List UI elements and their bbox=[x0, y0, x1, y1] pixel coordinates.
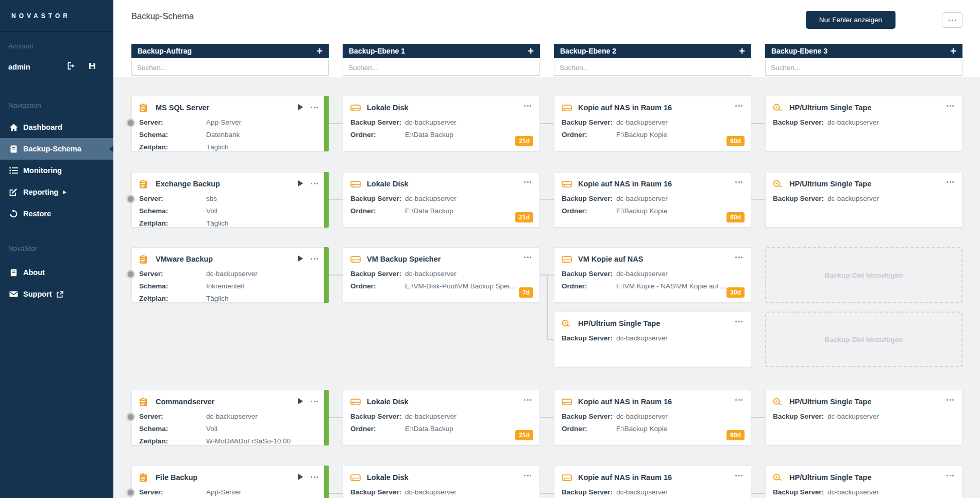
card-menu-button[interactable] bbox=[524, 473, 531, 478]
card-menu-button[interactable] bbox=[947, 180, 954, 184]
job-cell: CommandserverServer:dc-backupserverSchem… bbox=[131, 390, 329, 445]
field-value: Voll bbox=[206, 205, 321, 217]
add-button[interactable]: + bbox=[528, 46, 534, 56]
card-menu-button[interactable] bbox=[524, 104, 531, 108]
field-value: dc-backupserver bbox=[616, 268, 744, 280]
target-cell: Lokale DiskBackup Server:dc-backupserver… bbox=[343, 172, 540, 228]
backup-target-card[interactable]: Lokale DiskBackup Server:dc-backupserver… bbox=[343, 390, 540, 445]
retention-badge: 60d bbox=[726, 212, 745, 222]
backup-target-card[interactable]: Lokale DiskBackup Server:dc-backupserver… bbox=[343, 466, 540, 498]
card-title: Lokale Disk bbox=[367, 180, 409, 188]
add-button[interactable]: + bbox=[316, 46, 323, 56]
search-box bbox=[343, 58, 540, 76]
play-icon[interactable] bbox=[297, 104, 303, 111]
account-section: Account admin bbox=[0, 32, 113, 92]
search-input[interactable] bbox=[554, 60, 751, 76]
card-menu-button[interactable] bbox=[947, 104, 954, 108]
backup-job-card[interactable]: Exchange BackupServer:sbsSchema:VollZeit… bbox=[131, 172, 329, 228]
disk-icon bbox=[562, 398, 574, 406]
card-menu-button[interactable] bbox=[735, 104, 742, 108]
play-icon[interactable] bbox=[297, 473, 303, 480]
backup-target-card[interactable]: HP/Ultrium Single TapeBackup Server:dc-b… bbox=[765, 96, 962, 151]
add-button[interactable]: + bbox=[950, 46, 956, 56]
add-backup-target-placeholder[interactable]: Backup-Ziel hinzufügen bbox=[765, 312, 962, 367]
card-menu-button[interactable] bbox=[735, 473, 742, 478]
card-menu-button[interactable] bbox=[311, 256, 318, 261]
sidebar-item-dashboard[interactable]: Dashboard bbox=[0, 116, 113, 138]
backup-target-card[interactable]: Kopie auf NAS in Raum 16Backup Server:dc… bbox=[554, 390, 751, 445]
sidebar-item-restore[interactable]: Restore bbox=[0, 203, 113, 225]
play-icon[interactable] bbox=[297, 180, 303, 187]
tape-icon bbox=[773, 473, 785, 482]
sidebar-item-monitoring[interactable]: Monitoring bbox=[0, 160, 113, 181]
play-icon[interactable] bbox=[297, 398, 303, 405]
card-menu-button[interactable] bbox=[524, 180, 531, 184]
logout-icon[interactable] bbox=[67, 62, 75, 72]
card-menu-button[interactable] bbox=[735, 398, 742, 402]
card-menu-button[interactable] bbox=[311, 475, 318, 479]
card-field: Ordner:E:\Data Backup bbox=[350, 423, 532, 435]
field-value: dc-backupserver bbox=[827, 193, 955, 205]
search-input[interactable] bbox=[765, 60, 962, 76]
card-menu-button[interactable] bbox=[735, 180, 742, 184]
card-menu-button[interactable] bbox=[311, 399, 318, 404]
field-label: Ordner: bbox=[350, 280, 405, 293]
field-value: Voll bbox=[206, 423, 321, 435]
backup-target-card[interactable]: VM Kopie auf NASBackup Server:dc-backups… bbox=[554, 247, 751, 303]
sidebar-item-label: Restore bbox=[23, 210, 51, 218]
card-header: Lokale Disk bbox=[350, 396, 532, 407]
save-icon[interactable] bbox=[89, 62, 96, 72]
backup-job-card[interactable]: File BackupServer:App-ServerSchema:Voll bbox=[131, 466, 329, 498]
backup-target-card[interactable]: Lokale DiskBackup Server:dc-backupserver… bbox=[343, 172, 540, 228]
card-header: HP/Ultrium Single Tape bbox=[562, 318, 744, 329]
field-value: dc-backupserver bbox=[827, 410, 955, 423]
search-input[interactable] bbox=[343, 60, 540, 76]
show-only-errors-button[interactable]: Nur Fehler anzeigen bbox=[806, 11, 895, 29]
backup-target-card[interactable]: Kopie auf NAS in Raum 16Backup Server:dc… bbox=[554, 466, 751, 498]
ellipsis-icon bbox=[314, 476, 315, 478]
card-actions bbox=[735, 255, 742, 260]
backup-target-card[interactable]: Lokale DiskBackup Server:dc-backupserver… bbox=[343, 96, 540, 151]
disk-icon bbox=[350, 398, 363, 406]
card-menu-button[interactable] bbox=[311, 181, 318, 186]
schema-column-2: Backup-Ebene 1+ bbox=[343, 44, 540, 76]
add-backup-target-placeholder[interactable]: Backup-Ziel hinzufügen bbox=[765, 247, 962, 303]
search-input[interactable] bbox=[131, 60, 329, 76]
backup-target-card[interactable]: HP/Ultrium Single TapeBackup Server:dc-b… bbox=[765, 466, 962, 498]
job-cell: VMware BackupServer:dc-backupserverSchem… bbox=[131, 247, 329, 303]
card-menu-button[interactable] bbox=[735, 319, 742, 324]
backup-schema-board: MS SQL ServerServer:App-ServerSchema:Dat… bbox=[113, 77, 980, 498]
ellipsis-icon bbox=[530, 181, 531, 183]
backup-job-card[interactable]: CommandserverServer:dc-backupserverSchem… bbox=[131, 390, 329, 445]
placeholder-cell: Backup-Ziel hinzufügen bbox=[765, 247, 962, 303]
sidebar-item-support[interactable]: Support bbox=[0, 283, 113, 305]
backup-job-card[interactable]: MS SQL ServerServer:App-ServerSchema:Dat… bbox=[131, 96, 329, 151]
backup-target-card[interactable]: Kopie auf NAS in Raum 16Backup Server:dc… bbox=[554, 96, 751, 151]
backup-target-card[interactable]: HP/Ultrium Single TapeBackup Server:dc-b… bbox=[554, 312, 751, 367]
column-header: Backup-Ebene 2+ bbox=[554, 44, 751, 58]
sidebar-item-reporting[interactable]: Reporting bbox=[0, 181, 113, 203]
field-value: dc-backupserver bbox=[206, 410, 321, 423]
backup-target-card[interactable]: HP/Ultrium Single TapeBackup Server:dc-b… bbox=[765, 390, 962, 445]
backup-target-card[interactable]: VM Backup SpeicherBackup Server:dc-backu… bbox=[343, 247, 540, 303]
play-icon[interactable] bbox=[297, 255, 303, 262]
card-menu-button[interactable] bbox=[311, 105, 318, 110]
backup-target-card[interactable]: Kopie auf NAS in Raum 16Backup Server:dc… bbox=[554, 172, 751, 228]
card-menu-button[interactable] bbox=[524, 398, 531, 402]
sidebar-item-backup-schema[interactable]: Backup-Schema bbox=[0, 138, 113, 160]
ellipsis-icon bbox=[530, 256, 531, 258]
card-menu-button[interactable] bbox=[735, 255, 742, 260]
field-value: E:\VM-Disk-Pool\VM Backup Spei... bbox=[405, 280, 532, 293]
card-menu-button[interactable] bbox=[524, 255, 531, 260]
account-row: admin bbox=[0, 62, 113, 72]
add-button[interactable]: + bbox=[739, 46, 745, 56]
card-menu-button[interactable] bbox=[947, 398, 954, 402]
backup-job-card[interactable]: VMware BackupServer:dc-backupserverSchem… bbox=[131, 247, 329, 303]
more-options-button[interactable] bbox=[942, 12, 962, 28]
sidebar-item-about[interactable]: About bbox=[0, 262, 113, 283]
ellipsis-icon bbox=[314, 183, 315, 184]
field-label: Backup Server: bbox=[562, 116, 616, 129]
card-menu-button[interactable] bbox=[947, 473, 954, 478]
card-actions bbox=[297, 104, 318, 111]
backup-target-card[interactable]: HP/Ultrium Single TapeBackup Server:dc-b… bbox=[765, 172, 962, 228]
